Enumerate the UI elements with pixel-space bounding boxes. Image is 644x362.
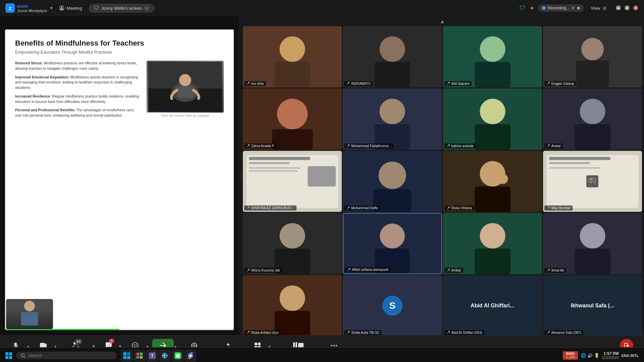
participant-tile: 🎤 Zahra Amalia P [243, 88, 342, 150]
taskbar-right: IHSG -1,29% 🌐 🔊 🔋 1:57 PM 11/15/2024 ENG… [563, 351, 641, 360]
participant-name: 🎤 Aldi Saputro [444, 81, 472, 86]
ai-star-icon: ✦ [530, 5, 534, 11]
participant-tile: 🎤 INDRABAYU [343, 26, 442, 87]
participant-tile: 🎤 Ikmal Ak [543, 213, 642, 274]
svg-point-3 [61, 7, 63, 8]
close-button[interactable]: ✕ [633, 5, 639, 11]
camera-off-icon [586, 175, 598, 187]
svg-point-50 [497, 174, 507, 184]
mic-muted-icon: 🎤 [446, 206, 450, 210]
svg-rect-64 [475, 249, 511, 274]
svg-point-17 [380, 36, 405, 62]
system-tray: 🌐 🔊 🔋 [581, 353, 599, 358]
svg-text:z: z [9, 5, 11, 11]
svg-point-69 [280, 285, 305, 311]
participants-panel: ▲ 🎤 nur rizky [241, 16, 644, 335]
avatar: S [382, 296, 402, 316]
svg-point-7 [542, 6, 546, 10]
taskbar-app-browser[interactable] [159, 350, 171, 362]
participant-name: 🎤 Ikmal Ak [544, 268, 566, 273]
security-shield-icon: 🛡 [520, 5, 526, 12]
taskbar-app-teams[interactable]: T [146, 350, 158, 362]
slide-image [147, 61, 224, 113]
participant-tile: 🎤 Wisnu Kusuma Jati [243, 213, 342, 274]
svg-rect-67 [575, 249, 610, 274]
mic-muted-icon: 🎤 [446, 82, 450, 85]
clock: 1:57 PM 11/15/2024 [602, 351, 619, 360]
slide-display: Benefits of Mindfulness for Teachers Emp… [5, 29, 234, 330]
mic-muted-icon: 🎤 [246, 206, 250, 210]
screen-share-pill[interactable]: Jonny Wells's screen ✕ [89, 4, 154, 12]
slide-image-area: Photo by Content Pixie on Unsplash [147, 61, 224, 122]
presenter-figure [19, 301, 40, 327]
svg-rect-109 [123, 356, 126, 359]
svg-point-66 [580, 223, 605, 249]
svg-text:T: T [151, 354, 154, 358]
svg-rect-49 [475, 186, 511, 212]
mic-muted-icon: 🎤 [346, 144, 350, 147]
mic-muted-icon: 🎤 [546, 82, 550, 85]
taskbar-app-tiles[interactable] [133, 350, 146, 362]
point1-heading: Reduced Stress: [15, 61, 43, 65]
minimize-button[interactable]: — [616, 5, 621, 11]
svg-rect-103 [5, 356, 8, 359]
taskbar-app-windows[interactable] [121, 350, 133, 362]
recording-button[interactable]: Recording... ⏸ ⏹ [538, 4, 584, 12]
stock-value: -1,29% [566, 356, 575, 359]
presenter-video-overlay [6, 299, 53, 329]
svg-point-105 [21, 354, 24, 357]
mic-muted-icon: 🎤 [546, 144, 550, 147]
svg-point-63 [480, 223, 505, 249]
mic-muted-icon: 🎤 [346, 82, 350, 85]
taskbar-app-chrome[interactable] [184, 350, 197, 362]
windows-taskbar: Search T IHSG -1,29 [0, 347, 644, 362]
svg-rect-101 [5, 352, 8, 355]
stock-ticker: IHSG -1,29% [563, 351, 578, 360]
window-controls[interactable]: — □ ✕ [616, 5, 639, 11]
point4-heading: Personal and Professional Benefits: [15, 108, 75, 112]
taskbar-app-whatsapp[interactable] [172, 350, 184, 362]
language-display: ENG INTL [622, 354, 639, 358]
svg-rect-104 [9, 356, 12, 359]
mic-muted-icon: 🎤 [346, 331, 350, 334]
windows-search-bar[interactable]: Search [16, 352, 117, 359]
participant-name: 🎤 Muhammad Daffa [344, 205, 380, 210]
language-indicator: ENG INTL [622, 354, 639, 358]
mic-muted-icon: 🎤 [246, 82, 250, 85]
svg-rect-33 [475, 124, 511, 149]
svg-point-60 [380, 224, 405, 248]
view-button[interactable]: View ⊞ [588, 4, 609, 12]
participant-name: 🎤 May Mumtaz [544, 205, 573, 210]
svg-rect-92 [258, 343, 261, 345]
svg-rect-18 [375, 62, 411, 87]
mic-muted-icon: 🎤 [246, 331, 250, 334]
participant-name: 🎤 Alfiah sofiana damayanti [345, 267, 390, 272]
panel-divider [239, 16, 241, 335]
maximize-button[interactable]: □ [625, 5, 630, 11]
svg-point-98 [331, 345, 332, 346]
participant-tile: 🎤 Riska Vitriana [443, 151, 542, 212]
panel-scroll-up[interactable]: ▲ [242, 17, 643, 25]
svg-point-99 [333, 345, 335, 346]
mic-muted-icon: 🎤 [546, 331, 550, 334]
participant-tile: 🎤 Enggar Galang [543, 26, 642, 87]
zoom-dropdown-arrow[interactable]: ▾ [50, 6, 52, 10]
start-button[interactable] [3, 350, 15, 362]
participant-tile: 🎤 Muhammad Daffa [343, 151, 442, 212]
slide-title: Benefits of Mindfulness for Teachers [15, 39, 224, 48]
volume-icon: 🔊 [587, 353, 593, 358]
date-display: 11/15/2024 [602, 356, 619, 360]
svg-rect-108 [127, 352, 130, 355]
chat-badge: 7 [109, 339, 114, 343]
participant-tile: 🎤 Anwar [543, 88, 642, 150]
svg-rect-55 [549, 167, 600, 169]
app-name: zoom [17, 4, 47, 9]
svg-point-14 [280, 36, 305, 62]
mic-muted-icon: 🎤 [446, 144, 450, 147]
battery-icon: 🔋 [594, 353, 599, 358]
svg-rect-43 [308, 166, 336, 186]
participant-tile: 🎤 nur rizky [243, 26, 342, 87]
svg-rect-15 [274, 62, 310, 87]
svg-rect-89 [192, 345, 193, 346]
participant-name: 🎤 SHAFIRA AZ ZAHRA BUDI... [244, 205, 297, 210]
